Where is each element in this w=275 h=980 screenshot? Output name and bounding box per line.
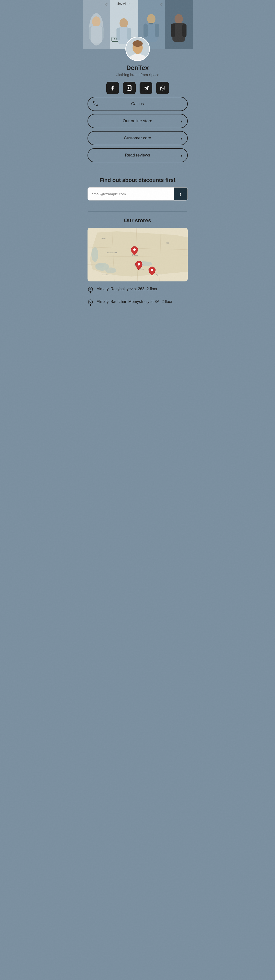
arrow-icon-care: › (181, 135, 182, 141)
customer-care-label: Customer care (124, 136, 151, 141)
discount-title: Find out about discounts first (100, 177, 175, 183)
wishlist-icon-1[interactable]: ♡ (105, 2, 108, 6)
wishlist-icon-3[interactable]: ♡ (160, 2, 163, 6)
arrow-icon-store: › (181, 118, 182, 124)
svg-point-55 (88, 300, 93, 304)
svg-rect-16 (171, 24, 175, 37)
svg-point-26 (130, 87, 131, 87)
banner-card-4[interactable] (165, 0, 192, 49)
phone-icon (93, 101, 98, 107)
discount-section: Find out about discounts first › (83, 170, 192, 205)
facebook-button[interactable] (107, 82, 119, 94)
see-all-label[interactable]: See All (117, 2, 126, 5)
action-buttons-list: Call us Our online store › Customer care… (83, 94, 192, 165)
store-address-1: Almaty, Rozybakiyev st 263, 2 floor (97, 286, 158, 292)
call-us-label: Call us (131, 102, 144, 107)
svg-rect-24 (127, 86, 132, 91)
stores-map[interactable]: Kazakhstan Russia Uzbekistan 中国 Tajikist… (87, 228, 188, 282)
svg-point-45 (132, 255, 133, 256)
svg-rect-8 (127, 28, 131, 40)
brand-avatar (126, 37, 150, 61)
brand-profile-section: DenTex Clothing brand from Space (83, 49, 192, 170)
svg-rect-11 (143, 24, 148, 37)
whatsapp-button[interactable] (156, 82, 169, 94)
see-all-arrow: → (127, 2, 130, 5)
svg-point-1 (92, 16, 100, 27)
stores-title: Our stores (87, 217, 188, 224)
read-reviews-label: Read reviews (125, 153, 150, 158)
customer-care-button[interactable]: Customer care › (87, 131, 188, 145)
bottom-spacer (83, 315, 192, 330)
email-subscription-form: › (87, 187, 188, 200)
store-locations-list: Almaty, Rozybakiyev st 263, 2 floor Alma… (87, 286, 188, 308)
svg-text:Kazakhstan: Kazakhstan (107, 251, 117, 254)
read-reviews-button[interactable]: Read reviews › (87, 148, 188, 162)
store-item-1: Almaty, Rozybakiyev st 263, 2 floor (87, 286, 188, 295)
svg-text:Russia: Russia (101, 237, 106, 239)
svg-text:Almaty: Almaty (140, 268, 144, 270)
email-submit-button[interactable]: › (174, 188, 188, 200)
svg-rect-4 (91, 26, 102, 43)
stores-section: Our stores Kazakhstan (83, 217, 192, 315)
store-pin-icon-1 (87, 287, 93, 295)
svg-point-52 (88, 287, 93, 291)
social-links-row (107, 82, 169, 94)
svg-point-50 (138, 263, 140, 266)
brand-name: DenTex (126, 64, 149, 72)
svg-point-21 (132, 40, 143, 47)
submit-arrow-icon: › (180, 190, 182, 198)
banner-card-1[interactable]: ♡ (83, 0, 110, 49)
svg-rect-17 (182, 24, 186, 37)
arrow-icon-reviews: › (181, 153, 182, 158)
svg-text:Uzbekistan: Uzbekistan (102, 274, 110, 275)
online-store-label: Our online store (123, 119, 152, 124)
store-address-2: Almaty, Baurzhan Momysh-uly st 8A, 2 flo… (97, 299, 173, 304)
svg-point-9 (147, 14, 156, 24)
svg-text:中国: 中国 (166, 242, 168, 244)
store-pin-icon-2 (87, 299, 93, 308)
store-item-2: Almaty, Baurzhan Momysh-uly st 8A, 2 flo… (87, 299, 188, 308)
instagram-button[interactable] (123, 82, 136, 94)
svg-point-25 (128, 87, 130, 89)
svg-rect-7 (117, 28, 121, 40)
call-us-button[interactable]: Call us (87, 97, 188, 111)
svg-point-5 (119, 18, 128, 28)
svg-point-57 (90, 301, 91, 302)
svg-point-49 (133, 248, 136, 251)
svg-rect-13 (149, 23, 153, 24)
section-divider (88, 211, 187, 212)
email-input[interactable] (88, 188, 174, 200)
svg-point-14 (175, 14, 183, 24)
telegram-button[interactable] (140, 82, 152, 94)
svg-rect-12 (155, 24, 159, 37)
svg-text:Tajikistan: Tajikistan (156, 274, 162, 275)
brand-tagline: Clothing brand from Space (116, 73, 159, 77)
online-store-button[interactable]: Our online store › (87, 114, 188, 128)
svg-point-54 (90, 288, 91, 290)
svg-point-51 (151, 269, 153, 271)
